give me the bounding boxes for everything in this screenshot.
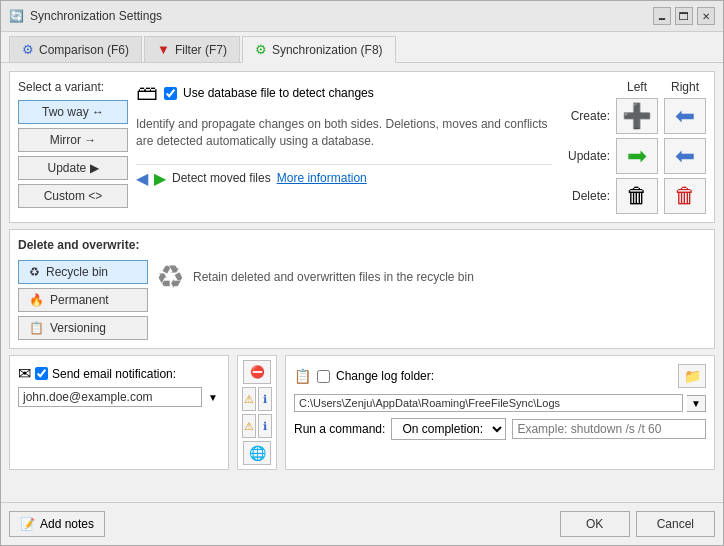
- title-bar-controls: 🗕 🗖 ✕: [653, 7, 715, 25]
- run-command-input[interactable]: [512, 419, 706, 439]
- info2-button[interactable]: ℹ: [258, 414, 272, 438]
- update-label: Update:: [560, 149, 610, 163]
- info-icon: ℹ: [263, 393, 267, 406]
- versioning-button[interactable]: 📋 Versioning: [18, 316, 148, 340]
- log-header: 📋 Change log folder: 📁: [294, 364, 706, 388]
- bottom-section: ✉ Send email notification: ▼ ⛔ ⚠: [9, 355, 715, 470]
- delete-left-panel: Delete and overwrite: ♻ Recycle bin 🔥 Pe…: [18, 238, 148, 340]
- footer-right: OK Cancel: [560, 511, 715, 537]
- delete-left-button[interactable]: 🗑: [616, 178, 658, 214]
- recycle-bin-button[interactable]: ♻ Recycle bin: [18, 260, 148, 284]
- cancel-button[interactable]: Cancel: [636, 511, 715, 537]
- retain-text: Retain deleted and overwritten files in …: [193, 270, 474, 284]
- main-content: Select a variant: Two way ↔ Mirror → Upd…: [1, 63, 723, 502]
- update-left-button[interactable]: ➡: [616, 138, 658, 174]
- update-right-button[interactable]: ⬅: [664, 138, 706, 174]
- minimize-button[interactable]: 🗕: [653, 7, 671, 25]
- email-input[interactable]: [18, 387, 202, 407]
- folder-icon: 📁: [684, 368, 701, 384]
- db-icon: 🗃: [136, 80, 158, 106]
- create-label: Create:: [560, 109, 610, 123]
- delete-section-label: Delete and overwrite:: [18, 238, 148, 252]
- add-notes-button[interactable]: 📝 Add notes: [9, 511, 105, 537]
- create-right-icon: ⬅: [675, 102, 695, 130]
- info-button[interactable]: ℹ: [258, 387, 272, 411]
- use-db-label: Use database file to detect changes: [183, 86, 374, 100]
- tab-synchronization[interactable]: ⚙ Synchronization (F8): [242, 36, 396, 63]
- error-status-button[interactable]: ⛔: [243, 360, 271, 384]
- delete-section: Delete and overwrite: ♻ Recycle bin 🔥 Pe…: [9, 229, 715, 349]
- close-button[interactable]: ✕: [697, 7, 715, 25]
- detect-left-arrow-icon: ◀: [136, 169, 148, 188]
- main-window: 🔄 Synchronization Settings 🗕 🗖 ✕ ⚙ Compa…: [0, 0, 724, 546]
- variant-custom-button[interactable]: Custom <>: [18, 184, 128, 208]
- log-panel: 📋 Change log folder: 📁 ▼ Run a command: …: [285, 355, 715, 470]
- title-bar: 🔄 Synchronization Settings 🗕 🗖 ✕: [1, 1, 723, 32]
- update-left-icon: ➡: [627, 142, 647, 170]
- recycle-icon: ♻: [29, 265, 40, 279]
- variant-two-way-button[interactable]: Two way ↔: [18, 100, 128, 124]
- delete-right-icon: 🗑: [674, 183, 696, 209]
- warning2-button[interactable]: ⚠: [242, 414, 256, 438]
- col-labels: Left Right: [560, 80, 706, 94]
- use-db-checkbox[interactable]: [164, 87, 177, 100]
- email-panel: ✉ Send email notification: ▼: [9, 355, 229, 470]
- variant-label: Select a variant:: [18, 80, 128, 94]
- log-path-row: ▼: [294, 394, 706, 412]
- tab-comparison[interactable]: ⚙ Comparison (F6): [9, 36, 142, 62]
- update-action-row: Update: ➡ ⬅: [560, 138, 706, 174]
- notes-icon: 📝: [20, 517, 35, 531]
- sync-icon: ⚙: [255, 42, 267, 57]
- recycle-bin-icon: ♻: [156, 258, 185, 296]
- right-col-label: Right: [664, 80, 706, 94]
- variant-mirror-button[interactable]: Mirror →: [18, 128, 128, 152]
- variant-update-button[interactable]: Update ▶: [18, 156, 128, 180]
- envelope-icon: ✉: [18, 364, 31, 383]
- send-email-label: Send email notification:: [52, 367, 176, 381]
- add-notes-label: Add notes: [40, 517, 94, 531]
- tab-sync-label: Synchronization (F8): [272, 43, 383, 57]
- run-command-label: Run a command:: [294, 422, 385, 436]
- versioning-icon: 📋: [29, 321, 44, 335]
- log-path-input[interactable]: [294, 394, 683, 412]
- versioning-label: Versioning: [50, 321, 106, 335]
- permanent-button[interactable]: 🔥 Permanent: [18, 288, 148, 312]
- info2-icon: ℹ: [263, 420, 267, 433]
- delete-right-button[interactable]: 🗑: [664, 178, 706, 214]
- comparison-icon: ⚙: [22, 42, 34, 57]
- description-panel: 🗃 Use database file to detect changes Id…: [136, 80, 552, 214]
- error-icon: ⛔: [250, 365, 265, 379]
- more-info-link[interactable]: More information: [277, 171, 367, 185]
- create-action-row: Create: ➕ ⬅: [560, 98, 706, 134]
- send-email-checkbox[interactable]: [35, 367, 48, 380]
- globe-button[interactable]: 🌐: [243, 441, 271, 465]
- top-section: Select a variant: Two way ↔ Mirror → Upd…: [9, 71, 715, 223]
- app-icon: 🔄: [9, 9, 24, 23]
- change-log-checkbox[interactable]: [317, 370, 330, 383]
- tab-comparison-label: Comparison (F6): [39, 43, 129, 57]
- run-completion-dropdown[interactable]: On completion:: [391, 418, 506, 440]
- maximize-button[interactable]: 🗖: [675, 7, 693, 25]
- log-folder-button[interactable]: 📁: [678, 364, 706, 388]
- detect-moved-label: Detect moved files: [172, 171, 271, 185]
- log-path-dropdown[interactable]: ▼: [687, 395, 706, 412]
- log-icon: 📋: [294, 368, 311, 384]
- delete-left-icon: 🗑: [626, 183, 648, 209]
- ok-button[interactable]: OK: [560, 511, 630, 537]
- create-right-button[interactable]: ⬅: [664, 98, 706, 134]
- create-left-button[interactable]: ➕: [616, 98, 658, 134]
- footer: 📝 Add notes OK Cancel: [1, 502, 723, 545]
- update-right-icon: ⬅: [675, 142, 695, 170]
- tab-filter[interactable]: ▼ Filter (F7): [144, 36, 240, 62]
- email-action-buttons: ⛔ ⚠ ℹ ⚠ ℹ: [237, 355, 277, 470]
- recycle-label: Recycle bin: [46, 265, 108, 279]
- filter-icon: ▼: [157, 42, 170, 57]
- title-bar-left: 🔄 Synchronization Settings: [9, 9, 162, 23]
- tab-bar: ⚙ Comparison (F6) ▼ Filter (F7) ⚙ Synchr…: [1, 32, 723, 63]
- delete-label: Delete:: [560, 189, 610, 203]
- detect-row: ◀ ▶ Detect moved files More information: [136, 164, 552, 192]
- delete-right-panel: ♻ Retain deleted and overwritten files i…: [156, 238, 706, 296]
- warning-button[interactable]: ⚠: [242, 387, 256, 411]
- email-header: ✉ Send email notification:: [18, 364, 220, 383]
- email-dropdown-arrow[interactable]: ▼: [206, 390, 220, 405]
